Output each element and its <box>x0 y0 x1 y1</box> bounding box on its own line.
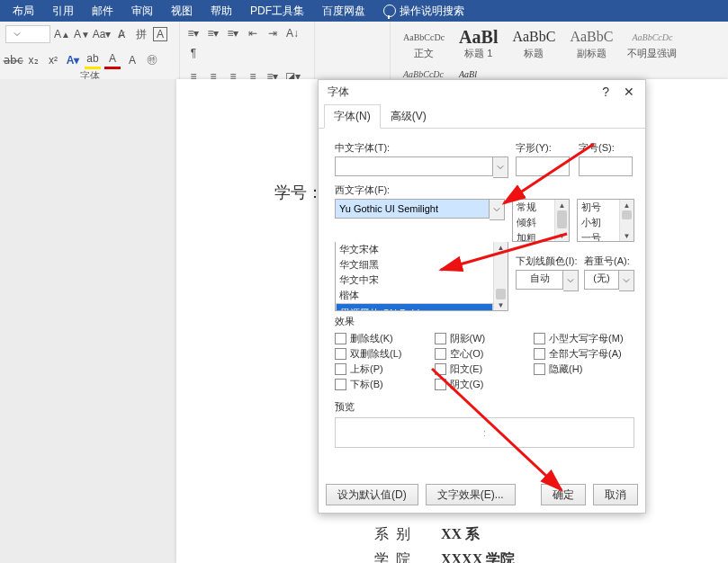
numbering-icon[interactable]: ≡▾ <box>205 25 221 41</box>
ribbon-spacer <box>315 22 391 79</box>
lightbulb-icon <box>383 4 396 17</box>
western-font-combo[interactable] <box>335 199 490 219</box>
font-color-icon[interactable]: A <box>104 50 121 69</box>
style-normal[interactable]: AaBbCcDc正文 <box>396 25 452 62</box>
cn-font-combo[interactable] <box>335 156 493 176</box>
check-emboss[interactable]: 阳文(E) <box>435 362 531 376</box>
style-subtle-emph[interactable]: AaBbCcDc不明显强调 <box>620 25 684 62</box>
clear-formatting-icon[interactable]: A̷ <box>113 26 130 42</box>
tab-pdf[interactable]: PDF工具集 <box>241 2 313 21</box>
subscript-icon[interactable]: x₂ <box>25 52 41 68</box>
dialog-tab-font[interactable]: 字体(N) <box>324 104 381 129</box>
scrollbar[interactable]: ▲▼ <box>554 200 569 241</box>
check-dblstrike[interactable]: 双删除线(L) <box>335 347 431 361</box>
ribbon-group-styles: AaBbCcDc正文 AaBl标题 1 AaBbC标题 AaBbC副标题 AaB… <box>391 22 728 79</box>
emphasis-combo[interactable]: (无) <box>584 270 619 290</box>
dropdown-icon[interactable] <box>563 270 579 291</box>
tab-mailings[interactable]: 邮件 <box>83 2 122 21</box>
highlight-icon[interactable]: ab <box>85 50 101 69</box>
check-allcaps[interactable]: 全部大写字母(A) <box>534 347 642 361</box>
font-style-input[interactable] <box>516 156 570 176</box>
check-smallcaps[interactable]: 小型大写字母(M) <box>534 332 642 345</box>
underline-color-combo[interactable]: 自动 <box>516 270 563 290</box>
tab-layout[interactable]: 布局 <box>4 2 43 21</box>
preview-box: : <box>335 417 634 448</box>
list-item[interactable]: 华文宋体 <box>336 242 493 257</box>
western-font-dropdown-icon[interactable] <box>490 199 505 220</box>
char-shading-icon[interactable]: A <box>124 52 140 68</box>
tab-review[interactable]: 审阅 <box>122 2 162 21</box>
bullets-icon[interactable]: ≡▾ <box>185 25 202 41</box>
font-dropdown-list[interactable]: 华文宋体 华文细黑 华文中宋 楷体 思源黑体 CN Bold 思源黑体 CN E… <box>335 242 508 311</box>
doc-line-dept-value: XX 系 <box>441 525 480 544</box>
font-size-input[interactable] <box>579 156 633 176</box>
ribbon-tab-strip: 布局 引用 邮件 审阅 视图 帮助 PDF工具集 百度网盘 操作说明搜索 <box>0 0 728 22</box>
tab-baidu[interactable]: 百度网盘 <box>313 2 374 21</box>
char-border-icon[interactable]: A <box>153 27 167 41</box>
dialog-tab-advanced[interactable]: 高级(V) <box>381 104 436 129</box>
decrease-font-icon[interactable]: A▼ <box>74 26 90 42</box>
font-size-list[interactable]: 初号 小初 一号 ▲▼ <box>577 199 634 242</box>
doc-line-dept-label: 系 别 <box>374 525 410 544</box>
increase-font-icon[interactable]: A▲ <box>54 26 70 42</box>
preview-label: 预览 <box>335 400 634 414</box>
tab-references[interactable]: 引用 <box>43 2 83 21</box>
list-item[interactable]: 楷体 <box>336 288 493 303</box>
list-item[interactable]: 小初 <box>578 215 619 230</box>
check-shadow[interactable]: 阴影(W) <box>435 332 531 345</box>
check-outline[interactable]: 空心(O) <box>435 347 531 361</box>
phonetic-icon[interactable]: 拼 <box>133 26 149 42</box>
style-subtitle[interactable]: AaBbC副标题 <box>562 25 620 62</box>
list-item[interactable]: 一号 <box>578 230 619 242</box>
ok-button[interactable]: 确定 <box>541 484 586 505</box>
dialog-titlebar[interactable]: 字体 ? ✕ <box>319 80 645 103</box>
doc-line-college-label: 学 院 <box>374 550 410 563</box>
font-size-label: 字号(S): <box>579 141 634 155</box>
cn-font-dropdown-icon[interactable] <box>493 156 508 178</box>
list-item[interactable]: 初号 <box>578 200 619 215</box>
list-item[interactable]: 常规 <box>513 200 554 215</box>
text-effects-icon[interactable]: A▾ <box>65 52 81 68</box>
check-strikethrough[interactable]: 删除线(K) <box>335 332 431 345</box>
check-hidden[interactable]: 隐藏(H) <box>534 362 642 376</box>
list-item[interactable]: 加粗 <box>513 230 554 242</box>
dialog-close-icon[interactable]: ✕ <box>618 83 640 101</box>
scrollbar[interactable]: ▲▼ <box>619 200 634 241</box>
cancel-button[interactable]: 取消 <box>593 484 638 505</box>
list-item[interactable]: 华文中宋 <box>336 273 493 288</box>
enclose-char-icon[interactable]: ㊕ <box>144 52 160 68</box>
emphasis-label: 着重号(A): <box>584 255 634 268</box>
dialog-help-icon[interactable]: ? <box>597 83 615 101</box>
underline-color-label: 下划线颜色(I): <box>516 255 579 268</box>
change-case-icon[interactable]: Aa▾ <box>94 26 110 42</box>
ribbon-group-font: A▲ A▼ Aa▾ A̷ 拼 A a̶b̶c̶ x₂ x² A▾ ab A A … <box>0 22 180 79</box>
strikethrough-icon[interactable]: a̶b̶c̶ <box>5 52 22 68</box>
check-superscript[interactable]: 上标(P) <box>335 362 431 376</box>
dropdown-icon[interactable] <box>619 270 634 291</box>
tell-me-search[interactable]: 操作说明搜索 <box>374 4 473 19</box>
set-default-button[interactable]: 设为默认值(D) <box>326 484 418 505</box>
list-item[interactable]: 倾斜 <box>513 215 554 230</box>
show-marks-icon[interactable]: ¶ <box>185 45 202 61</box>
text-effects-button[interactable]: 文字效果(E)... <box>426 484 516 505</box>
superscript-icon[interactable]: x² <box>45 52 61 68</box>
list-item[interactable]: 华文细黑 <box>336 257 493 273</box>
tab-view[interactable]: 视图 <box>162 2 202 21</box>
increase-indent-icon[interactable]: ⇥ <box>265 25 281 41</box>
list-item-selected[interactable]: 思源黑体 CN Bold <box>336 303 493 311</box>
check-subscript[interactable]: 下标(B) <box>335 378 431 391</box>
check-engrave[interactable]: 阴文(G) <box>435 378 531 391</box>
page-title: 学号： <box>274 182 323 203</box>
style-title[interactable]: AaBbC标题 <box>505 25 562 62</box>
font-size-select[interactable] <box>5 25 50 43</box>
scrollbar[interactable]: ▲▼ <box>493 242 508 310</box>
decrease-indent-icon[interactable]: ⇤ <box>245 25 261 41</box>
font-style-list[interactable]: 常规 倾斜 加粗 ▲▼ <box>512 199 570 242</box>
doc-line-college-value: XXXX 学院 <box>441 550 515 563</box>
style-heading1[interactable]: AaBl标题 1 <box>452 25 505 62</box>
tab-help[interactable]: 帮助 <box>202 2 241 21</box>
sort-icon[interactable]: A↓ <box>284 25 301 41</box>
cn-font-label: 中文字体(T): <box>335 141 508 155</box>
multilevel-icon[interactable]: ≡▾ <box>225 25 241 41</box>
dialog-title: 字体 <box>328 85 349 100</box>
